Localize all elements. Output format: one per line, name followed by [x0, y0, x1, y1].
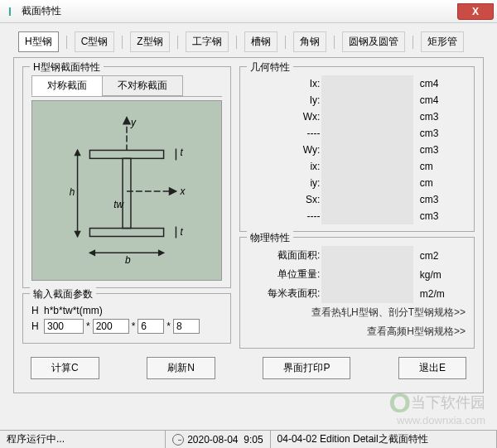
svg-text:x: x: [179, 185, 186, 197]
window-title: 截面特性: [22, 4, 457, 18]
table-row: Wy:cm3: [248, 142, 466, 158]
svg-rect-4: [123, 158, 131, 228]
table-row: ix:cm: [248, 158, 466, 175]
params-legend: 输入截面参数: [30, 287, 96, 301]
table-row: 每米表面积:m2/m: [248, 284, 466, 303]
table-row: Iy:cm4: [248, 92, 466, 108]
section-legend: H型钢截面特性: [30, 60, 104, 75]
geometry-legend: 几何特性: [247, 60, 293, 75]
status-run: 程序运行中...: [0, 431, 166, 448]
physical-group: 物理特性 截面面积:cm2单位重量:kg/m每米表面积:m2/m 查看热轧H型钢…: [239, 237, 475, 349]
input-b[interactable]: [93, 319, 129, 334]
table-row: Wx:cm3: [248, 108, 466, 125]
steel-type-tabs: H型钢 C型钢 Z型钢 工字钢 槽钢 角钢 圆钢及圆管 矩形管: [13, 31, 484, 52]
input-tw[interactable]: [138, 319, 164, 334]
svg-text:t: t: [180, 147, 183, 158]
app-icon: I: [3, 5, 17, 18]
svg-text:h: h: [70, 186, 75, 198]
link-hotroll-spec[interactable]: 查看热轧H型钢、剖分T型钢规格>>: [248, 303, 466, 322]
tab-symmetric[interactable]: 对称截面: [31, 75, 103, 96]
format-text: h*b*tw*t(mm): [44, 305, 103, 316]
geometry-table: Ix:cm4Iy:cm4Wx:cm3----cm3Wy:cm3ix:cmiy:c…: [248, 75, 466, 224]
close-button[interactable]: X: [457, 3, 494, 20]
table-row: ----cm3: [248, 125, 466, 142]
status-version: 04-04-02 Edition Detail之截面特性: [271, 431, 497, 448]
table-row: Sx:cm3: [248, 191, 466, 208]
tab-c-steel[interactable]: C型钢: [75, 31, 115, 52]
geometry-group: 几何特性 Ix:cm4Iy:cm4Wx:cm3----cm3Wy:cm3ix:c…: [239, 66, 475, 232]
svg-text:y: y: [130, 117, 137, 128]
clock-icon: [172, 434, 184, 446]
symmetry-tabs: 对称截面 不对称截面: [31, 75, 222, 97]
link-highfreq-spec[interactable]: 查看高频H型钢规格>>: [248, 322, 466, 341]
input-t[interactable]: [173, 319, 200, 334]
physical-table: 截面面积:cm2单位重量:kg/m每米表面积:m2/m: [248, 246, 466, 303]
svg-rect-2: [89, 150, 163, 158]
section-diagram: y x t t tw b h: [31, 100, 222, 281]
format-label: H: [31, 305, 41, 316]
tab-h-steel[interactable]: H型钢: [18, 31, 59, 52]
svg-text:t: t: [180, 226, 183, 238]
watermark: O当下软件园 www.downxia.com: [389, 382, 485, 426]
input-h[interactable]: [44, 319, 84, 334]
tab-asymmetric[interactable]: 不对称截面: [102, 75, 183, 96]
refresh-button[interactable]: 刷新N: [147, 357, 215, 379]
params-group: 输入截面参数 H h*b*tw*t(mm) H * * *: [22, 293, 231, 344]
input-label: H: [31, 320, 41, 332]
table-row: iy:cm: [248, 175, 466, 191]
tab-rect-tube[interactable]: 矩形管: [421, 31, 464, 52]
physical-legend: 物理特性: [247, 231, 293, 245]
status-clock: 2020-08-04 9:05: [166, 431, 270, 448]
print-button[interactable]: 界面打印P: [263, 357, 350, 379]
calc-button[interactable]: 计算C: [31, 357, 99, 379]
tab-channel[interactable]: 槽钢: [244, 31, 277, 52]
tab-angle[interactable]: 角钢: [293, 31, 326, 52]
titlebar: I 截面特性 X: [0, 0, 497, 23]
table-row: Ix:cm4: [248, 75, 466, 92]
svg-rect-3: [89, 229, 163, 237]
tab-z-steel[interactable]: Z型钢: [130, 31, 169, 52]
table-row: ----cm3: [248, 208, 466, 224]
table-row: 截面面积:cm2: [248, 246, 466, 265]
exit-button[interactable]: 退出E: [398, 357, 466, 379]
tab-i-steel[interactable]: 工字钢: [186, 31, 229, 52]
svg-text:tw: tw: [113, 199, 124, 210]
svg-text:b: b: [125, 254, 131, 266]
tab-round[interactable]: 圆钢及圆管: [342, 31, 405, 52]
section-group: H型钢截面特性 对称截面 不对称截面: [22, 66, 231, 288]
main-frame: H型钢截面特性 对称截面 不对称截面: [13, 57, 484, 393]
table-row: 单位重量:kg/m: [248, 265, 466, 284]
status-bar: 程序运行中... 2020-08-04 9:05 04-04-02 Editio…: [0, 430, 497, 448]
